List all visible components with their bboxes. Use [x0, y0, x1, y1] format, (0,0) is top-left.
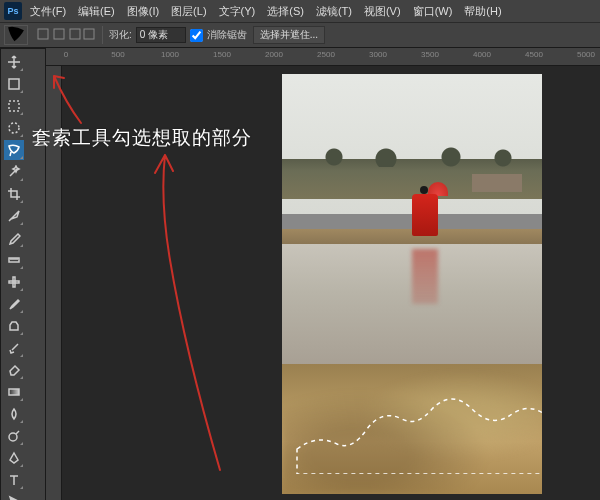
svg-rect-3 — [84, 29, 94, 39]
menu-view[interactable]: 视图(V) — [364, 4, 401, 19]
ruler-horizontal[interactable]: 0500100015002000250030003500400045005000 — [46, 48, 600, 66]
svg-rect-9 — [13, 277, 15, 287]
slice-tool[interactable] — [4, 206, 24, 226]
artboard-tool[interactable] — [4, 74, 24, 94]
svg-rect-0 — [38, 29, 48, 39]
menu-help[interactable]: 帮助(H) — [464, 4, 501, 19]
current-tool-preview[interactable] — [4, 25, 28, 45]
app-logo: Ps — [4, 2, 22, 20]
svg-rect-8 — [9, 281, 19, 283]
menu-type[interactable]: 文字(Y) — [219, 4, 256, 19]
svg-point-6 — [9, 123, 19, 133]
canvas-area[interactable] — [62, 66, 600, 500]
options-bar: 羽化: 消除锯齿 选择并遮住... — [0, 22, 600, 48]
svg-rect-4 — [9, 79, 19, 89]
svg-rect-2 — [70, 29, 80, 39]
document-canvas[interactable] — [282, 74, 542, 494]
menubar: Ps 文件(F) 编辑(E) 图像(I) 图层(L) 文字(Y) 选择(S) 滤… — [0, 0, 600, 22]
ruler-tool[interactable] — [4, 250, 24, 270]
gradient-tool[interactable] — [4, 382, 24, 402]
svg-rect-5 — [9, 101, 19, 111]
blur-tool[interactable] — [4, 404, 24, 424]
clone-tool[interactable] — [4, 316, 24, 336]
feather-label: 羽化: — [109, 28, 132, 42]
menu-filter[interactable]: 滤镜(T) — [316, 4, 352, 19]
magic-wand-tool[interactable] — [4, 162, 24, 182]
antialias-label: 消除锯齿 — [207, 28, 247, 42]
type-tool[interactable] — [4, 470, 24, 490]
menu-file[interactable]: 文件(F) — [30, 4, 66, 19]
ruler-vertical[interactable] — [46, 66, 62, 500]
dodge-tool[interactable] — [4, 426, 24, 446]
history-brush-tool[interactable] — [4, 338, 24, 358]
menu-image[interactable]: 图像(I) — [127, 4, 159, 19]
lasso-tool[interactable] — [4, 140, 24, 160]
pen-tool[interactable] — [4, 448, 24, 468]
eyedropper-tool[interactable] — [4, 228, 24, 248]
antialias-checkbox[interactable] — [190, 29, 203, 42]
path-select-tool[interactable] — [4, 492, 24, 500]
feather-input[interactable] — [136, 27, 186, 43]
svg-rect-10 — [9, 389, 19, 395]
marquee-rect-tool[interactable] — [4, 96, 24, 116]
healing-tool[interactable] — [4, 272, 24, 292]
menu-window[interactable]: 窗口(W) — [413, 4, 453, 19]
selection-mode-icons[interactable] — [36, 27, 96, 43]
menu-layer[interactable]: 图层(L) — [171, 4, 206, 19]
move-tool[interactable] — [4, 52, 24, 72]
marquee-ellipse-tool[interactable] — [4, 118, 24, 138]
svg-point-11 — [9, 433, 17, 441]
menu-edit[interactable]: 编辑(E) — [78, 4, 115, 19]
brush-tool[interactable] — [4, 294, 24, 314]
crop-tool[interactable] — [4, 184, 24, 204]
svg-rect-1 — [54, 29, 64, 39]
eraser-tool[interactable] — [4, 360, 24, 380]
menu-select[interactable]: 选择(S) — [267, 4, 304, 19]
refine-edge-button[interactable]: 选择并遮住... — [253, 26, 325, 44]
toolbox — [0, 48, 46, 500]
